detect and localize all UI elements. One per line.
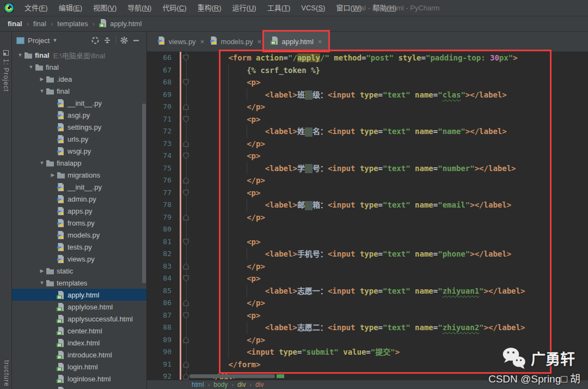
fold-marker-icon[interactable] (171, 236, 192, 248)
fold-marker-icon[interactable] (171, 138, 192, 150)
code-line-87[interactable]: 87 <p> (147, 309, 588, 322)
code-line-88[interactable]: 88 <label>志愿二：<input type="text" name="z… (147, 321, 588, 334)
tree-item-final[interactable]: ▼final (12, 61, 146, 73)
code-text[interactable]: <p> (192, 76, 588, 89)
collapse-all-icon[interactable] (101, 34, 113, 46)
breadcrumb-item-final[interactable]: final (33, 20, 46, 28)
code-line-77[interactable]: 77 <p> (147, 187, 588, 199)
breadcrumb-item-templates[interactable]: templates (57, 20, 88, 28)
close-icon[interactable]: × (200, 38, 205, 46)
fold-marker-icon[interactable] (171, 370, 192, 380)
tree-item-center.html[interactable]: Hcenter.html (12, 325, 146, 337)
tree-item-settings.py[interactable]: settings.py (12, 121, 146, 133)
code-text[interactable]: </p> (192, 211, 588, 224)
tree-item-applylose.html[interactable]: Happlylose.html (12, 301, 146, 313)
menu-item-S[interactable]: VCS(S) (296, 4, 330, 12)
code-text[interactable]: {% csrf_token %} (192, 64, 588, 77)
fold-marker-icon[interactable] (171, 334, 192, 347)
chevron-down-icon[interactable]: ▼ (52, 38, 57, 43)
menu-item-T[interactable]: 工具(T) (262, 4, 296, 12)
tree-item-loginlose.html[interactable]: Hloginlose.html (12, 373, 146, 385)
code-line-67[interactable]: 67 {% csrf_token %} (147, 64, 588, 77)
menu-item-F[interactable]: 文件(F) (19, 4, 53, 12)
tree-item-apply.html[interactable]: Happly.html (12, 289, 146, 301)
menu-item-N[interactable]: 导航(N) (122, 4, 157, 12)
code-text[interactable]: <label>手机号：<input type="text" name="phon… (192, 248, 588, 260)
code-line-86[interactable]: 86 </p> (147, 297, 588, 309)
code-text[interactable]: <label>邮 箱：<input type="text" name="emai… (192, 199, 588, 211)
menu-item-R[interactable]: 重构(R) (192, 4, 227, 12)
code-line-66[interactable]: 66 <form action="/apply/" method="post" … (147, 52, 588, 64)
code-line-85[interactable]: 85 <label>志愿一：<input type="text" name="z… (147, 285, 588, 297)
chevron-right-icon[interactable]: ▶ (49, 172, 57, 178)
code-text[interactable]: </p> (192, 297, 588, 309)
code-text[interactable]: </p> (192, 174, 588, 187)
code-text[interactable]: <p> (192, 309, 588, 322)
fold-marker-icon[interactable] (171, 211, 192, 224)
hide-icon[interactable] (130, 34, 142, 46)
chevron-right-icon[interactable]: ▶ (38, 268, 46, 273)
tree-item-urls.py[interactable]: urls.py (12, 133, 146, 145)
code-text[interactable]: <p> (192, 187, 588, 199)
locate-icon[interactable] (89, 34, 101, 46)
fold-marker-icon[interactable] (171, 358, 192, 371)
tree-item-partial[interactable]: H (12, 385, 146, 389)
tree-scrollbar[interactable] (142, 104, 146, 283)
structure-tool-button[interactable]: tructure (3, 360, 10, 389)
element-breadcrumb-body-1[interactable]: body (213, 381, 228, 388)
code-line-68[interactable]: 68 <p> (147, 76, 588, 89)
code-text[interactable] (192, 223, 588, 236)
tree-item-finalapp[interactable]: ▼finalapp (12, 157, 146, 169)
fold-marker-icon[interactable] (171, 113, 192, 126)
code-line-75[interactable]: 75 <label>学 号：<input type="text" name="n… (147, 162, 588, 175)
menu-item-U[interactable]: 运行(U) (227, 4, 262, 12)
fold-marker-icon[interactable] (171, 297, 192, 309)
element-breadcrumb-div-3[interactable]: div (255, 381, 264, 388)
code-line-79[interactable]: 79 </p> (147, 211, 588, 224)
project-tool-button[interactable]: 1: Project (2, 50, 10, 92)
tree-item-final[interactable]: ▼final (12, 85, 146, 97)
tree-item-froms.py[interactable]: froms.py (12, 217, 146, 229)
tree-item-tests.py[interactable]: tests.py (12, 241, 146, 253)
code-line-89[interactable]: 89 </p> (147, 334, 588, 347)
code-text[interactable]: <p> (192, 150, 588, 162)
tree-item-index.html[interactable]: Hindex.html (12, 337, 146, 349)
tree-item-apps.py[interactable]: apps.py (12, 205, 146, 217)
code-text[interactable]: <label>班 级：<input type="text" name="clas… (192, 89, 588, 101)
code-line-73[interactable]: 73 </p> (147, 138, 588, 150)
fold-marker-icon[interactable] (171, 52, 192, 64)
code-text[interactable]: <label>学 号：<input type="text" name="numb… (192, 162, 588, 175)
code-line-71[interactable]: 71 <p> (147, 113, 588, 126)
code-line-76[interactable]: 76 </p> (147, 174, 588, 187)
code-text[interactable]: <form action="/apply/" method="post" sty… (192, 52, 588, 64)
fold-marker-icon[interactable] (171, 187, 192, 199)
settings-icon[interactable] (118, 34, 130, 46)
code-text[interactable]: </p> (192, 260, 588, 273)
tab-apply.html[interactable]: Happly.html× (264, 32, 328, 51)
code-text[interactable]: </p> (192, 138, 588, 150)
fold-marker-icon[interactable] (171, 272, 192, 285)
chevron-down-icon[interactable]: ▼ (16, 52, 24, 58)
code-line-78[interactable]: 78 <label>邮 箱：<input type="text" name="e… (147, 199, 588, 211)
tree-item-migrations[interactable]: ▶migrations (12, 169, 146, 181)
tree-item-templates[interactable]: ▼templates (12, 277, 146, 289)
close-icon[interactable]: × (258, 38, 262, 46)
code-line-81[interactable]: 81 <p> (147, 236, 588, 248)
tree-item-.idea[interactable]: ▶.idea (12, 73, 146, 85)
code-line-83[interactable]: 83 </p> (147, 260, 588, 273)
tree-item-admin.py[interactable]: admin.py (12, 193, 146, 205)
element-breadcrumb-div-2[interactable]: div (237, 381, 246, 388)
fold-marker-icon[interactable] (171, 260, 192, 273)
menu-item-C[interactable]: 代码(C) (157, 4, 192, 12)
code-text[interactable]: <p> (192, 113, 588, 126)
tree-item-models.py[interactable]: models.py (12, 229, 146, 241)
chevron-down-icon[interactable]: ▼ (27, 64, 35, 70)
code-text[interactable]: <label>姓 名：<input type="text" name="name… (192, 125, 588, 138)
code-text[interactable]: <label>志愿二：<input type="text" name="zhiy… (192, 321, 588, 334)
fold-marker-icon[interactable] (171, 150, 192, 162)
code-text[interactable]: <p> (192, 272, 588, 285)
chevron-down-icon[interactable]: ▼ (38, 280, 46, 285)
code-text[interactable]: <label>志愿一：<input type="text" name="zhiy… (192, 285, 588, 297)
fold-marker-icon[interactable] (171, 76, 192, 89)
menu-item-E[interactable]: 编辑(E) (53, 4, 88, 12)
